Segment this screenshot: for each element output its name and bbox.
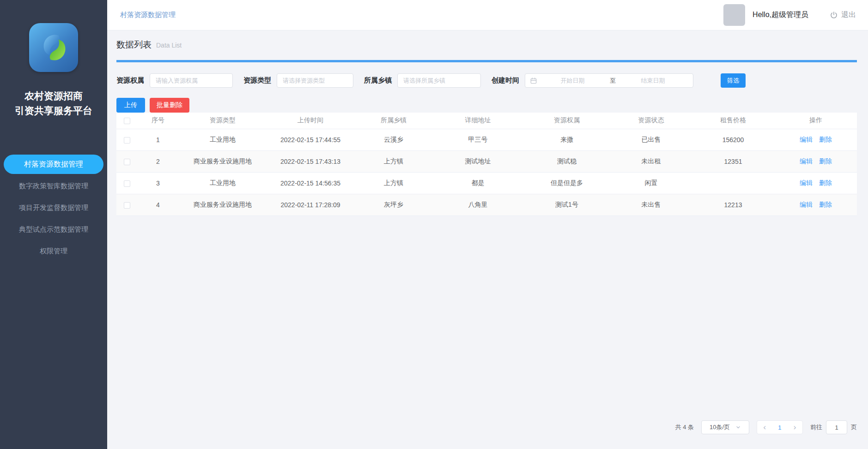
cell-town: 上方镇 [354, 172, 433, 194]
column-header: 资源权属 [523, 113, 611, 129]
sidebar: 农村资源招商 引资共享服务平台 村落资源数据管理 数字政策智库数据管理 项目开发… [0, 0, 107, 449]
next-page-button[interactable]: › [793, 424, 796, 431]
date-end-input[interactable]: 结束日期 [618, 77, 688, 85]
app-logo [29, 23, 78, 72]
page-title-row: 数据列表 Data List [116, 39, 857, 51]
title-divider [116, 60, 857, 62]
edit-link[interactable]: 编辑 [800, 157, 813, 165]
cell-resource-type: 工业用地 [179, 129, 267, 150]
pagination: 共 4 条 10条/页 ‹ 1 › 前往 页 [116, 420, 857, 434]
sidebar-item[interactable]: 项目开发监督数据管理 [4, 198, 103, 217]
date-start-input[interactable]: 开始日期 [537, 77, 608, 85]
logout-button[interactable]: 退出 [830, 10, 856, 20]
filter-input[interactable] [150, 73, 233, 88]
delete-link[interactable]: 删除 [819, 157, 832, 165]
cell-address: 甲三号 [433, 129, 523, 150]
table-row: 3 工业用地 2022-02-15 14:56:35 上方镇 都是 但是但是多 … [116, 172, 857, 194]
main-area: 村落资源数据管理 Hello,超级管理员 退出 数据列表 Data List 资… [107, 0, 868, 449]
topbar: 村落资源数据管理 Hello,超级管理员 退出 [107, 0, 868, 30]
calendar-icon [530, 77, 537, 84]
filter-input[interactable] [397, 73, 481, 88]
filter-label-date: 创建时间 [492, 76, 519, 85]
cell-town: 灰坪乡 [354, 194, 433, 216]
logout-label: 退出 [841, 10, 856, 20]
cell-seq: 4 [137, 194, 179, 216]
cell-address: 八角里 [433, 194, 523, 216]
select-all-checkbox[interactable] [124, 118, 130, 124]
sidebar-item[interactable]: 权限管理 [4, 241, 103, 261]
chevron-down-icon [735, 425, 741, 430]
cell-upload-time: 2022-02-11 17:28:09 [267, 194, 354, 216]
cell-seq: 2 [137, 150, 179, 172]
column-header: 所属乡镇 [354, 113, 433, 129]
cell-status: 闲置 [611, 172, 692, 194]
cell-resource-type: 商业服务业设施用地 [179, 150, 267, 172]
date-range-picker[interactable]: 开始日期 至 结束日期 [525, 73, 693, 88]
filter-row: 资源权属 资源类型 所属乡镇 创建时间 [116, 73, 857, 88]
cell-price: 156200 [692, 129, 775, 150]
page-title: 数据列表 [116, 39, 152, 51]
edit-link[interactable]: 编辑 [800, 136, 813, 143]
delete-link[interactable]: 删除 [819, 136, 832, 143]
row-checkbox[interactable] [124, 202, 130, 209]
table-header-row: 序号资源类型上传时间所属乡镇详细地址资源权属资源状态租售价格操作 [116, 113, 857, 129]
power-icon [830, 11, 838, 19]
cell-upload-time: 2022-02-15 17:44:55 [267, 129, 354, 150]
cell-town: 云溪乡 [354, 129, 433, 150]
goto-page-input[interactable] [826, 420, 847, 434]
cell-ownership: 但是但是多 [523, 172, 611, 194]
sidebar-item[interactable]: 数字政策智库数据管理 [4, 176, 103, 196]
data-table: 序号资源类型上传时间所属乡镇详细地址资源权属资源状态租售价格操作 1 工业用地 … [116, 113, 857, 216]
sidebar-item[interactable]: 典型试点示范数据管理 [4, 220, 103, 239]
edit-link[interactable]: 编辑 [800, 201, 813, 208]
filter-field-date: 创建时间 开始日期 至 结束日期 [492, 73, 693, 88]
row-checkbox[interactable] [124, 159, 130, 165]
upload-button[interactable]: 上传 [116, 98, 145, 113]
cell-price: 12213 [692, 194, 775, 216]
delete-link[interactable]: 删除 [819, 179, 832, 186]
cell-ownership: 测试稳 [523, 150, 611, 172]
filter-fields: 资源权属 资源类型 所属乡镇 [116, 73, 492, 88]
cell-seq: 1 [137, 129, 179, 150]
current-page[interactable]: 1 [778, 424, 781, 431]
cell-status: 已出售 [611, 129, 692, 150]
filter-input[interactable] [277, 73, 353, 88]
cell-status: 未出租 [611, 150, 692, 172]
cell-town: 上方镇 [354, 150, 433, 172]
edit-link[interactable]: 编辑 [800, 179, 813, 186]
prev-page-button[interactable]: ‹ [763, 424, 766, 431]
sidebar-item[interactable]: 村落资源数据管理 [4, 155, 103, 174]
sidebar-item-label: 权限管理 [40, 247, 67, 256]
delete-link[interactable]: 删除 [819, 201, 832, 208]
column-header: 操作 [775, 113, 857, 129]
goto-label: 前往 [810, 423, 822, 431]
user-greeting: Hello,超级管理员 [753, 10, 808, 20]
cell-address: 都是 [433, 172, 523, 194]
app-title: 农村资源招商 引资共享服务平台 [15, 89, 92, 118]
row-checkbox[interactable] [124, 137, 130, 144]
swirl-logo-icon [35, 29, 73, 66]
page-size-select[interactable]: 10条/页 [701, 420, 749, 434]
cell-price [692, 172, 775, 194]
filter-label: 资源权属 [116, 76, 144, 85]
sidebar-item-label: 典型试点示范数据管理 [19, 225, 88, 234]
column-header: 序号 [137, 113, 179, 129]
filter-label: 资源类型 [243, 76, 271, 85]
page-size-value: 10条/页 [710, 423, 730, 431]
cell-upload-time: 2022-02-15 17:43:13 [267, 150, 354, 172]
sidebar-menu: 村落资源数据管理 数字政策智库数据管理 项目开发监督数据管理 典型试点示范数据管… [0, 155, 107, 263]
cell-price: 12351 [692, 150, 775, 172]
filter-submit-button[interactable]: 筛选 [721, 73, 746, 88]
sidebar-item-label: 村落资源数据管理 [24, 160, 83, 169]
column-header: 上传时间 [267, 113, 354, 129]
row-checkbox[interactable] [124, 180, 130, 187]
batch-delete-button[interactable]: 批量删除 [150, 98, 189, 113]
action-row: 上传 批量删除 [116, 98, 857, 113]
total-count-label: 共 4 条 [675, 423, 694, 431]
column-header: 资源状态 [611, 113, 692, 129]
table-row: 1 工业用地 2022-02-15 17:44:55 云溪乡 甲三号 来撒 已出… [116, 129, 857, 150]
content: 数据列表 Data List 资源权属 资源类型 所属乡镇 创建时间 [107, 30, 868, 449]
breadcrumb[interactable]: 村落资源数据管理 [120, 11, 176, 19]
column-header: 租售价格 [692, 113, 775, 129]
goto-page: 前往 页 [810, 420, 857, 434]
